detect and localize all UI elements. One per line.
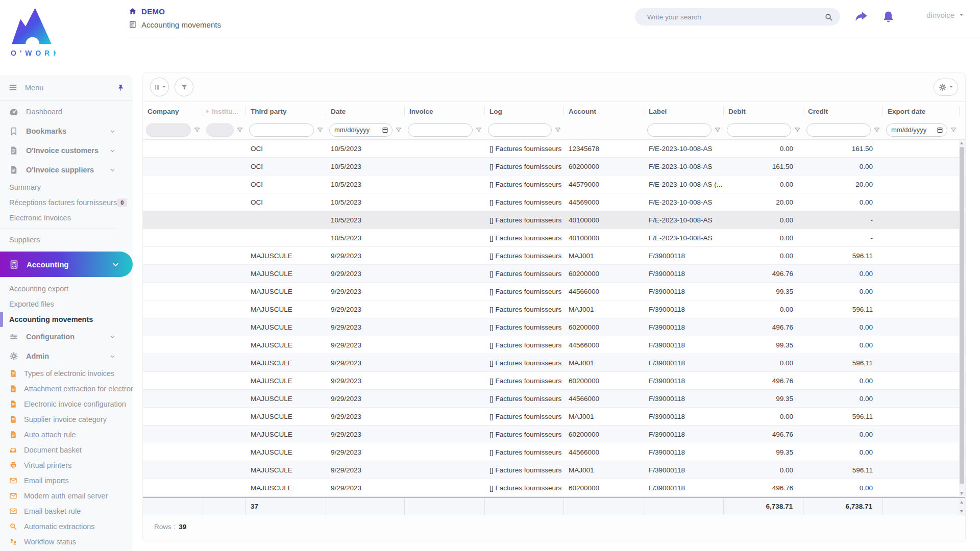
- column-header-invoice[interactable]: Invoice: [405, 102, 485, 120]
- sidebar-item-bookmarks[interactable]: Bookmarks: [0, 121, 133, 141]
- totals-scrollbar[interactable]: [959, 498, 965, 515]
- main-card: CompanyInstitu...Third partyDateInvoiceL…: [142, 72, 966, 542]
- table-row[interactable]: 10/5/2023[]Factures fournisseurs40100000…: [143, 229, 965, 247]
- table-settings-button[interactable]: [934, 79, 958, 96]
- table-row[interactable]: MAJUSCULE9/29/2023[]Factures fournisseur…: [143, 247, 965, 265]
- filter-funnel-icon: [180, 83, 188, 91]
- rows-count: 39: [179, 523, 186, 531]
- column-header-account[interactable]: Account: [564, 102, 644, 120]
- breadcrumb-app[interactable]: DEMO: [129, 5, 221, 17]
- filter-input-invoice[interactable]: [408, 123, 473, 137]
- table-row[interactable]: MAJUSCULE9/29/2023[]Factures fournisseur…: [143, 461, 965, 479]
- cell-label: F/39000118: [644, 408, 724, 425]
- table-row[interactable]: MAJUSCULE9/29/2023[]Factures fournisseur…: [143, 425, 965, 443]
- sidebar-item-email-imports[interactable]: Email imports: [0, 473, 133, 488]
- table-row[interactable]: MAJUSCULE9/29/2023[]Factures fournisseur…: [143, 318, 965, 336]
- table-row[interactable]: MAJUSCULE9/29/2023[]Factures fournisseur…: [143, 390, 965, 408]
- sidebar-item-electronic-invoice-configuration[interactable]: Electronic invoice configuration: [0, 396, 133, 412]
- table-row[interactable]: OCI10/5/2023[]Factures fournisseurs60200…: [143, 158, 965, 176]
- table-row[interactable]: MAJUSCULE9/29/2023[]Factures fournisseur…: [143, 372, 965, 390]
- scroll-down-icon[interactable]: [960, 510, 963, 513]
- column-header-company[interactable]: Company: [143, 102, 203, 120]
- search-input[interactable]: [647, 13, 824, 21]
- table-row[interactable]: 10/5/2023[]Factures fournisseurs40100000…: [143, 211, 965, 229]
- sidebar-item-exported-files[interactable]: Exported files: [0, 296, 133, 312]
- column-header-log[interactable]: Log: [485, 102, 564, 120]
- table-row[interactable]: MAJUSCULE9/29/2023[]Factures fournisseur…: [143, 479, 965, 497]
- notifications-button[interactable]: [881, 10, 895, 24]
- column-header-institution[interactable]: Institu...: [203, 102, 246, 120]
- scroll-down-icon[interactable]: [960, 492, 963, 495]
- sidebar-item-workflow-status[interactable]: Workflow status: [0, 534, 133, 549]
- hamburger-menu-icon[interactable]: [8, 83, 18, 92]
- scrollbar-thumb[interactable]: [960, 147, 964, 484]
- sidebar-item-email-basket-rule[interactable]: Email basket rule: [0, 504, 133, 519]
- table-row[interactable]: OCI10/5/2023[]Factures fournisseurs44579…: [143, 176, 965, 193]
- table-row[interactable]: MAJUSCULE9/29/2023[]Factures fournisseur…: [143, 283, 965, 300]
- scroll-up-icon[interactable]: [960, 142, 963, 144]
- cell-debit: 496.76: [724, 265, 803, 282]
- cell-invoice: [405, 336, 485, 354]
- sidebar-item-label: Suppliers: [9, 236, 40, 244]
- sidebar-item-electronic-invoices[interactable]: Electronic Invoices: [0, 210, 133, 226]
- sidebar-item-automatic-extractions[interactable]: Automatic extractions: [0, 519, 133, 534]
- table-row[interactable]: OCI10/5/2023[]Factures fournisseurs12345…: [143, 140, 965, 158]
- pin-sidebar-icon[interactable]: [117, 84, 125, 91]
- cell-debit: 496.76: [724, 318, 803, 336]
- sidebar-item-modern-auth-email-server[interactable]: Modern auth email server: [0, 488, 133, 504]
- cell-account: 60200000: [564, 372, 644, 389]
- column-header-date[interactable]: Date: [326, 102, 405, 120]
- table-row[interactable]: MAJUSCULE9/29/2023[]Factures fournisseur…: [143, 300, 965, 318]
- sidebar-item-attachment-extraction-for-electroni[interactable]: Attachment extraction for electroni: [0, 381, 133, 396]
- sidebar-item-supplier-invoice-category[interactable]: Supplier invoice category: [0, 412, 133, 427]
- columns-button[interactable]: [150, 78, 169, 96]
- sidebar-item-suppliers[interactable]: Suppliers: [0, 232, 133, 247]
- column-header-third_party[interactable]: Third party: [246, 102, 326, 120]
- table-row[interactable]: OCI10/5/2023[]Factures fournisseurs44569…: [143, 193, 965, 211]
- search-icon[interactable]: [824, 13, 833, 21]
- sidebar-item-o-invoice-customers[interactable]: O'Invoice customers: [0, 141, 133, 160]
- sidebar-item-types-of-electronic-invoices[interactable]: Types of electronic invoices: [0, 366, 133, 381]
- sidebar-item-accounting[interactable]: Accounting: [0, 252, 133, 277]
- vertical-scrollbar[interactable]: [959, 140, 965, 497]
- sidebar-item-auto-attach-rule[interactable]: Auto attach rule: [0, 427, 133, 442]
- filter-input-debit[interactable]: [727, 123, 791, 137]
- table-row[interactable]: MAJUSCULE9/29/2023[]Factures fournisseur…: [143, 443, 965, 461]
- column-header-label[interactable]: Label: [644, 102, 724, 120]
- sidebar-item-r-ceptions-factures-fournisseurs[interactable]: Réceptions factures fournisseurs0: [0, 195, 133, 210]
- filter-input-third_party[interactable]: [249, 123, 314, 137]
- sidebar-item-accounting-movements[interactable]: Accounting movements: [0, 312, 133, 327]
- column-header-export_date[interactable]: Export date: [883, 102, 960, 120]
- table-row[interactable]: MAJUSCULE9/29/2023[]Factures fournisseur…: [143, 354, 965, 372]
- column-label: Institu...: [212, 108, 238, 115]
- scroll-up-icon[interactable]: [960, 501, 963, 504]
- sidebar-item-admin[interactable]: Admin: [0, 346, 133, 366]
- filter-date-input-date[interactable]: mm/dd/yyyy: [329, 123, 393, 137]
- sidebar-item-dashboard[interactable]: Dashboard: [0, 102, 133, 121]
- user-menu[interactable]: dinvoice: [926, 11, 964, 19]
- sidebar-item-summary[interactable]: Summary: [0, 180, 133, 195]
- column-header-credit[interactable]: Credit: [803, 102, 883, 120]
- app-logo[interactable]: O'WORK: [7, 6, 56, 57]
- sidebar-item-o-invoice-suppliers[interactable]: O'Invoice suppliers: [0, 160, 133, 180]
- log-icon: []: [489, 359, 494, 367]
- log-label: Factures fournisseurs: [496, 145, 562, 153]
- share-button[interactable]: [854, 10, 868, 24]
- cell-account: MAJ001: [564, 354, 644, 371]
- cell-institution: [203, 211, 246, 229]
- cell-account: 60200000: [564, 318, 644, 336]
- filter-input-label[interactable]: [647, 123, 712, 137]
- sidebar-item-document-basket[interactable]: Document basket: [0, 442, 133, 458]
- filter-funnel-icon: [714, 127, 721, 134]
- filter-date-input-export_date[interactable]: mm/dd/yyyy: [886, 123, 947, 137]
- column-header-debit[interactable]: Debit: [724, 102, 803, 120]
- filter-input-credit[interactable]: [806, 123, 871, 137]
- sidebar-item-configuration[interactable]: Configuration: [0, 327, 133, 346]
- sidebar-item-accounting-export[interactable]: Accounting export: [0, 281, 133, 296]
- table-row[interactable]: MAJUSCULE9/29/2023[]Factures fournisseur…: [143, 265, 965, 283]
- filter-button[interactable]: [175, 78, 193, 96]
- table-row[interactable]: MAJUSCULE9/29/2023[]Factures fournisseur…: [143, 336, 965, 354]
- table-row[interactable]: MAJUSCULE9/29/2023[]Factures fournisseur…: [143, 408, 965, 425]
- filter-input-log[interactable]: [488, 123, 552, 137]
- sidebar-item-virtual-printers[interactable]: Virtual printers: [0, 458, 133, 473]
